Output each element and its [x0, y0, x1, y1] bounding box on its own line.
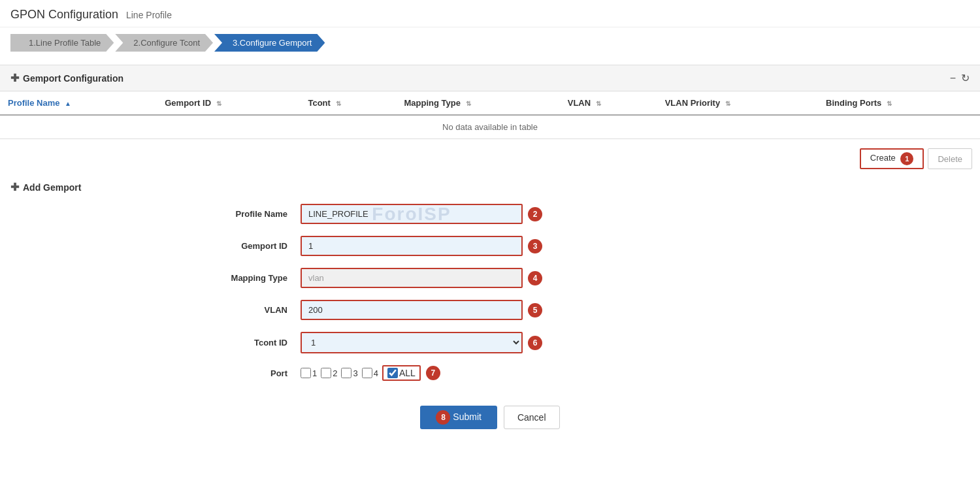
wizard-steps: 1.Line Profile Table 2.Configure Tcont 3…: [0, 27, 980, 58]
refresh-button[interactable]: ↻: [961, 72, 970, 84]
port-1-label: 1: [312, 368, 317, 378]
gemport-config-header: ✚ Gemport Configuration − ↻: [0, 65, 980, 91]
profile-name-input[interactable]: [301, 204, 523, 224]
form-row-port: Port 1 2 3: [196, 365, 784, 381]
badge-tcont-id: 6: [528, 336, 542, 350]
port-1-wrap: 1: [301, 368, 317, 378]
add-gemport-form: Profile Name ForoISP 2 Gemport ID 3 Mapp…: [196, 204, 784, 381]
create-badge: 1: [900, 152, 913, 165]
wizard-step-1[interactable]: 1.Line Profile Table: [10, 34, 114, 52]
col-vlan-priority[interactable]: VLAN Priority ⇅: [657, 91, 818, 115]
port-2-checkbox[interactable]: [321, 368, 331, 378]
label-profile-name: Profile Name: [196, 209, 301, 219]
control-profile-name: ForoISP 2: [301, 204, 784, 224]
gemport-config-title: ✚ Gemport Configuration: [10, 72, 123, 84]
port-3-wrap: 3: [341, 368, 357, 378]
badge-port: 7: [426, 366, 440, 380]
section-actions: − ↻: [950, 72, 970, 84]
sort-icon-vlan: ⇅: [596, 100, 601, 107]
label-gemport-id: Gemport ID: [196, 241, 301, 251]
form-row-gemport-id: Gemport ID 3: [196, 236, 784, 256]
badge-gemport-id: 3: [528, 239, 542, 253]
pin-icon: ✚: [10, 72, 19, 84]
delete-button[interactable]: Delete: [928, 148, 972, 169]
gemport-table: Profile Name ▲ Gemport ID ⇅ Tcont ⇅ Mapp…: [0, 91, 980, 138]
form-row-mapping-type: Mapping Type 4: [196, 268, 784, 288]
port-3-label: 3: [353, 368, 357, 378]
create-button[interactable]: Create 1: [860, 148, 924, 169]
collapse-button[interactable]: −: [950, 72, 956, 84]
add-gemport-section: ✚ Add Gemport Profile Name ForoISP 2 Gem…: [0, 173, 980, 444]
badge-mapping-type: 4: [528, 271, 542, 285]
wizard-step-2[interactable]: 2.Configure Tcont: [115, 34, 213, 52]
port-2-label: 2: [333, 368, 337, 378]
form-row-profile-name: Profile Name ForoISP 2: [196, 204, 784, 224]
mapping-type-input[interactable]: [301, 268, 523, 288]
table-row-empty: No data available in table: [0, 115, 980, 138]
submit-button[interactable]: 8 Submit: [420, 406, 497, 429]
col-profile-name[interactable]: Profile Name ▲: [0, 91, 157, 115]
port-all-label: ALL: [399, 368, 416, 378]
page-subtitle: Line Profile: [126, 10, 172, 20]
port-4-label: 4: [374, 368, 378, 378]
col-mapping-type[interactable]: Mapping Type ⇅: [396, 91, 559, 115]
port-all-wrap: ALL: [382, 365, 421, 381]
control-mapping-type: 4: [301, 268, 784, 288]
form-row-vlan: VLAN 5: [196, 300, 784, 320]
control-tcont-id: 1 2 3 4 6: [301, 332, 784, 353]
tcont-id-select[interactable]: 1 2 3 4: [301, 332, 523, 353]
label-mapping-type: Mapping Type: [196, 273, 301, 283]
table-buttons: Create 1 Delete: [0, 144, 980, 173]
wizard-step-3[interactable]: 3.Configure Gemport: [214, 34, 325, 52]
add-gemport-title: ✚ Add Gemport: [10, 181, 970, 193]
label-vlan: VLAN: [196, 305, 301, 315]
label-port: Port: [196, 368, 301, 378]
label-tcont-id: Tcont ID: [196, 338, 301, 348]
input-container-profile-name: ForoISP: [301, 204, 523, 224]
sort-icon-gemport-id: ⇅: [216, 100, 221, 107]
port-checkboxes: 1 2 3 4 ALL: [301, 365, 421, 381]
control-port: 1 2 3 4 ALL: [301, 365, 784, 381]
sort-icon-profile-name: ▲: [65, 100, 71, 107]
port-4-checkbox[interactable]: [362, 368, 372, 378]
col-tcont[interactable]: Tcont ⇅: [300, 91, 396, 115]
sort-icon-vlan-priority: ⇅: [725, 100, 730, 107]
add-pin-icon: ✚: [10, 181, 19, 193]
port-all-checkbox[interactable]: [387, 368, 398, 378]
submit-badge: 8: [436, 410, 450, 425]
sort-icon-binding-ports: ⇅: [887, 100, 892, 107]
port-2-wrap: 2: [321, 368, 337, 378]
vlan-input[interactable]: [301, 300, 523, 320]
port-4-wrap: 4: [362, 368, 378, 378]
cancel-button[interactable]: Cancel: [504, 406, 560, 429]
col-gemport-id[interactable]: Gemport ID ⇅: [157, 91, 300, 115]
gemport-id-input[interactable]: [301, 236, 523, 256]
sort-icon-mapping-type: ⇅: [466, 100, 471, 107]
col-vlan[interactable]: VLAN ⇅: [560, 91, 657, 115]
form-row-tcont-id: Tcont ID 1 2 3 4 6: [196, 332, 784, 353]
sort-icon-tcont: ⇅: [336, 100, 341, 107]
form-actions: 8 Submit Cancel: [10, 393, 970, 436]
control-gemport-id: 3: [301, 236, 784, 256]
col-binding-ports[interactable]: Binding Ports ⇅: [818, 91, 980, 115]
badge-vlan: 5: [528, 303, 542, 317]
no-data-message: No data available in table: [0, 115, 980, 138]
control-vlan: 5: [301, 300, 784, 320]
badge-profile-name: 2: [528, 207, 542, 221]
page-header: GPON Configuration Line Profile: [0, 0, 980, 27]
port-3-checkbox[interactable]: [341, 368, 351, 378]
gemport-table-wrapper: Profile Name ▲ Gemport ID ⇅ Tcont ⇅ Mapp…: [0, 91, 980, 139]
port-1-checkbox[interactable]: [301, 368, 311, 378]
page-title: GPON Configuration: [10, 8, 118, 21]
